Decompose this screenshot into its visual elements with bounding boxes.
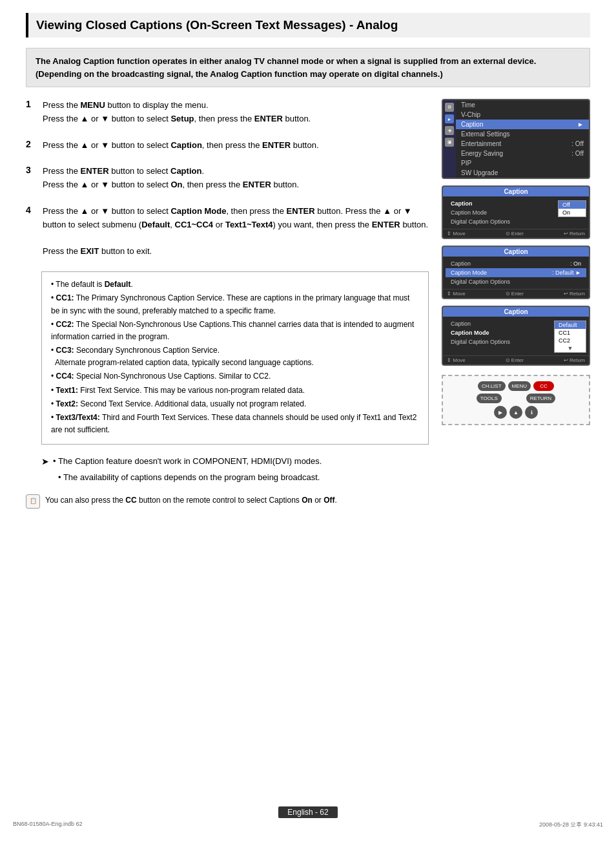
callout-line-2: • CC1: The Primary Synchronous Caption S… xyxy=(51,292,419,317)
menu-item-vchip: V-Chip xyxy=(456,110,589,120)
remote-btn-cc: CC xyxy=(533,381,554,391)
remote-btn-tools: TOOLS xyxy=(477,394,502,403)
sidebar-icon-3: ◈ xyxy=(445,126,454,135)
menu-item-swupgrade: SW Upgrade xyxy=(456,168,589,178)
callout-line-3: • CC2: The Special Non-Synchronous Use C… xyxy=(51,319,419,343)
screen-2-option-on: On xyxy=(559,209,586,216)
info-box: The Analog Caption function operates in … xyxy=(26,48,590,87)
screen-3-caption: Caption : On xyxy=(446,259,586,268)
callout-line-5: • CC4: Special Non-Synchronous Use Capti… xyxy=(51,370,419,383)
note-1-text: • The Caption feature doesn't work in CO… xyxy=(53,455,322,468)
sidebar-icons-1: ⚙ ► ◈ ▣ xyxy=(443,100,456,178)
callout-line-6: • Text1: First Text Service. This may be… xyxy=(51,384,419,397)
note-2: • The availability of captions depends o… xyxy=(41,471,429,484)
step-2-text: Press the ▲ or ▼ button to select Captio… xyxy=(43,139,319,153)
remote-btn-menu: MENU xyxy=(508,381,531,391)
screen-2-mode: Caption Mode xyxy=(446,208,558,217)
page-title: Viewing Closed Captions (On-Screen Text … xyxy=(36,18,582,32)
page-footer: English - 62 BN68-01580A-Eng.indb 62 200… xyxy=(0,806,616,829)
remote-note-text: You can also press the CC button on the … xyxy=(45,494,337,506)
menu-item-energy: Energy Saving : Off xyxy=(456,149,589,158)
step-3: 3 Press the ENTER button to select Capti… xyxy=(26,165,429,192)
step-3-text: Press the ENTER button to select Caption… xyxy=(43,165,299,192)
screen-3-mode: Caption Mode : Default ► xyxy=(446,268,586,277)
remote-row-1: CH.LIST MENU CC xyxy=(478,381,554,391)
content-area: 1 Press the MENU button to display the m… xyxy=(26,99,590,509)
remote-row-3: ▶ ▲ ℹ xyxy=(494,406,538,419)
screen-4-title: Caption xyxy=(443,307,589,317)
screen-1: ⚙ ► ◈ ▣ Time V-Chip Caption ► External S… xyxy=(442,99,590,179)
remote-row-2: TOOLS RETURN xyxy=(477,394,555,403)
page-wrapper: Viewing Closed Captions (On-Screen Text … xyxy=(0,0,616,842)
footer-doc-left: BN68-01580A-Eng.indb 62 xyxy=(13,821,83,829)
step-4-text: Press the ▲ or ▼ button to select Captio… xyxy=(43,205,429,258)
menu-item-pip: PIP xyxy=(456,158,589,168)
remote-btn-chlist: CH.LIST xyxy=(478,381,506,391)
screen-3-title: Caption xyxy=(443,247,589,257)
screen-2-caption: Caption xyxy=(446,199,558,208)
page-number: English - 62 xyxy=(278,806,337,818)
screenshots-column: ⚙ ► ◈ ▣ Time V-Chip Caption ► External S… xyxy=(442,99,590,509)
note-2-text: • The availability of captions depends o… xyxy=(58,471,320,484)
screen-4-caption: Caption xyxy=(446,319,554,328)
callout-line-8: • Text3/Text4: Third and Fourth Text Ser… xyxy=(51,412,419,436)
screen-4-mode: Caption Mode xyxy=(446,328,554,337)
screen-4: Caption Caption Caption Mode Digital Cap… xyxy=(442,306,590,366)
step-4-number: 4 xyxy=(26,205,36,258)
callout-line-4: • CC3: Secondary Synchronous Caption Ser… xyxy=(51,344,419,369)
callout-line-1: • The default is Default. xyxy=(51,279,419,291)
remote-btn-return: RETURN xyxy=(526,394,555,403)
remote-buttons: CH.LIST MENU CC TOOLS RETURN ▶ ▲ ℹ xyxy=(448,381,584,419)
step-1: 1 Press the MENU button to display the m… xyxy=(26,99,429,126)
remote-btn-info: ℹ xyxy=(525,406,538,419)
screen-4-cc1: CC1 xyxy=(555,329,586,337)
callout-box: • The default is Default. • CC1: The Pri… xyxy=(41,271,429,445)
callout-line-7: • Text2: Second Text Service. Additional… xyxy=(51,398,419,410)
menu-item-time: Time xyxy=(456,100,589,110)
step-1-number: 1 xyxy=(26,99,36,126)
instructions-column: 1 Press the MENU button to display the m… xyxy=(26,99,429,509)
footer-doc-right: 2008-05-28 오후 9:43:41 xyxy=(539,821,603,829)
remote-image: CH.LIST MENU CC TOOLS RETURN ▶ ▲ ℹ xyxy=(442,375,590,425)
step-3-number: 3 xyxy=(26,165,36,192)
sidebar-icon-4: ▣ xyxy=(445,138,454,147)
screen-3-nav: ⇕ Move⊙ Enter↩ Return xyxy=(443,289,589,298)
menu-item-entertainment: Entertainment : Off xyxy=(456,139,589,149)
footer-doc-info: BN68-01580A-Eng.indb 62 2008-05-28 오후 9:… xyxy=(0,821,616,829)
screen-2: Caption Caption Caption Mode Digital Cap… xyxy=(442,185,590,239)
screen-2-nav: ⇕ Move⊙ Enter↩ Return xyxy=(443,229,589,238)
screen-4-cc2: CC2 xyxy=(555,337,586,344)
menu-item-external: External Settings xyxy=(456,129,589,139)
remote-btn-play: ▶ xyxy=(494,406,507,419)
remote-note: 📋 You can also press the CC button on th… xyxy=(26,494,429,509)
screen-2-option-off: Off xyxy=(559,201,586,209)
note-1: ➤ • The Caption feature doesn't work in … xyxy=(41,455,429,468)
step-2-number: 2 xyxy=(26,139,36,153)
remote-btn-up: ▲ xyxy=(509,406,522,419)
screen-4-default: Default xyxy=(555,321,586,329)
title-bar: Viewing Closed Captions (On-Screen Text … xyxy=(26,13,590,37)
sidebar-icon-1: ⚙ xyxy=(445,103,454,112)
note-icon: 📋 xyxy=(26,494,40,509)
screen-4-more: ▼ xyxy=(555,344,586,352)
menu-item-caption: Caption ► xyxy=(456,120,589,129)
step-4: 4 Press the ▲ or ▼ button to select Capt… xyxy=(26,205,429,258)
screen-2-title: Caption xyxy=(443,187,589,196)
screen-3-digital: Digital Caption Options xyxy=(446,277,586,286)
step-1-text: Press the MENU button to display the men… xyxy=(43,99,311,126)
sidebar-icon-2: ► xyxy=(445,114,454,123)
screen-2-digital: Digital Caption Options xyxy=(446,217,558,226)
screen-3: Caption Caption : On Caption Mode : Defa… xyxy=(442,246,590,299)
screen-4-digital: Digital Caption Options xyxy=(446,337,554,346)
menu-content-1: Time V-Chip Caption ► External Settings … xyxy=(456,100,589,178)
arrow-icon: ➤ xyxy=(41,455,49,468)
screen-4-nav: ⇕ Move⊙ Enter↩ Return xyxy=(443,355,589,364)
step-2: 2 Press the ▲ or ▼ button to select Capt… xyxy=(26,139,429,153)
